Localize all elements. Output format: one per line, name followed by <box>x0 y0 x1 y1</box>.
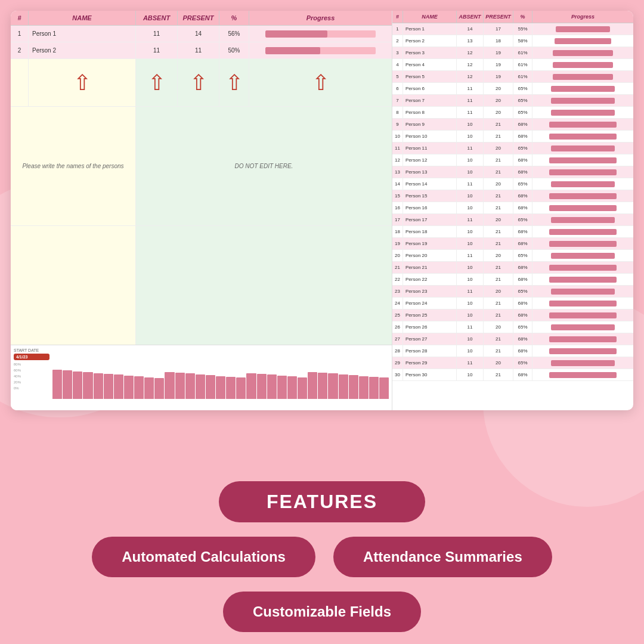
right-table-row: 11 Person 11 11 20 65% <box>392 143 633 154</box>
row1-percent: 56% <box>219 26 249 42</box>
right-row-num: 8 <box>392 107 403 118</box>
right-row-percent: 68% <box>513 202 532 213</box>
col-header-progress: Progress <box>249 11 392 25</box>
right-row-percent: 65% <box>513 321 532 333</box>
row1-present: 14 <box>178 26 219 42</box>
right-panel: # NAME ABSENT PRESENT % Progress 1 Perso… <box>392 11 633 410</box>
right-row-num: 14 <box>392 178 403 190</box>
right-row-percent: 68% <box>513 119 532 130</box>
right-row-percent: 65% <box>513 107 532 118</box>
right-row-progress <box>532 274 633 285</box>
right-table-row: 10 Person 10 10 21 68% <box>392 131 633 143</box>
right-table-row: 16 Person 16 10 21 68% <box>392 202 633 214</box>
right-row-present: 20 <box>484 95 513 106</box>
right-row-name: Person 10 <box>403 131 457 142</box>
right-row-present: 19 <box>484 71 513 82</box>
right-row-num: 13 <box>392 166 403 178</box>
right-row-present: 21 <box>484 345 513 357</box>
right-row-progress <box>532 214 633 225</box>
right-table-row: 6 Person 6 11 20 65% <box>392 83 633 95</box>
right-row-num: 6 <box>392 83 403 94</box>
right-row-progress <box>532 238 633 249</box>
right-row-progress <box>532 333 633 345</box>
right-row-progress <box>532 321 633 333</box>
right-row-present: 20 <box>484 286 513 297</box>
right-row-num: 28 <box>392 345 403 357</box>
right-row-name: Person 20 <box>403 250 457 261</box>
right-table-row: 9 Person 9 10 21 68% <box>392 119 633 131</box>
chart-bar-27 <box>328 373 338 399</box>
right-row-percent: 65% <box>513 95 532 106</box>
chart-bar-9 <box>144 377 154 399</box>
right-row-num: 3 <box>392 47 403 58</box>
right-row-present: 21 <box>484 202 513 213</box>
col-header-absent: ABSENT <box>136 11 178 25</box>
right-row-absent: 11 <box>457 286 484 297</box>
right-row-absent: 11 <box>457 143 484 154</box>
right-row-name: Person 6 <box>403 83 457 94</box>
chart-bar-2 <box>73 371 82 399</box>
chart-bar-29 <box>349 375 358 399</box>
chart-bar-30 <box>359 376 369 400</box>
right-table-row: 7 Person 7 11 20 65% <box>392 95 633 107</box>
right-table-row: 29 Person 29 11 20 65% <box>392 357 633 369</box>
feature-badge-3: Customizable Fields <box>223 592 421 632</box>
right-row-num: 16 <box>392 202 403 213</box>
instruction-name-text: Please write the names of the persons <box>11 107 136 225</box>
right-row-present: 20 <box>484 107 513 118</box>
right-row-name: Person 17 <box>403 214 457 225</box>
chart-bar-18 <box>236 377 246 399</box>
right-col-name: NAME <box>403 11 457 23</box>
right-row-percent: 65% <box>513 83 532 94</box>
row2-num: 2 <box>11 42 29 58</box>
right-row-progress <box>532 23 633 35</box>
right-row-absent: 10 <box>457 131 484 142</box>
right-row-num: 10 <box>392 131 403 142</box>
right-row-num: 27 <box>392 333 403 345</box>
right-row-name: Person 1 <box>403 23 457 35</box>
right-table-row: 2 Person 2 13 18 58% <box>392 35 633 47</box>
right-row-absent: 10 <box>457 166 484 178</box>
right-row-progress <box>532 357 633 369</box>
features-row-2: Customizable Fields <box>223 592 421 632</box>
right-row-progress <box>532 226 633 237</box>
right-row-absent: 10 <box>457 309 484 321</box>
right-table-row: 3 Person 3 12 19 61% <box>392 47 633 59</box>
right-table-row: 28 Person 28 10 21 68% <box>392 345 633 357</box>
right-table-row: 5 Person 5 12 19 61% <box>392 71 633 83</box>
empty-rows <box>11 226 392 345</box>
col-header-present: PRESENT <box>178 11 219 25</box>
right-row-percent: 65% <box>513 250 532 261</box>
right-row-progress <box>532 119 633 130</box>
instruction-section: Please write the names of the persons DO… <box>11 107 392 226</box>
right-row-present: 21 <box>484 298 513 309</box>
right-row-absent: 11 <box>457 178 484 190</box>
right-row-percent: 68% <box>513 154 532 166</box>
arrow-num <box>11 59 29 106</box>
right-row-num: 7 <box>392 95 403 106</box>
arrow-absent: ⇧ <box>136 59 178 106</box>
right-table-row: 8 Person 8 11 20 65% <box>392 107 633 119</box>
right-row-num: 9 <box>392 119 403 130</box>
right-table-header: # NAME ABSENT PRESENT % Progress <box>392 11 633 23</box>
right-table-row: 17 Person 17 11 20 65% <box>392 214 633 226</box>
right-row-present: 21 <box>484 333 513 345</box>
right-table-row: 26 Person 26 11 20 65% <box>392 321 633 333</box>
right-row-absent: 10 <box>457 369 484 380</box>
row1-name: Person 1 <box>29 26 136 42</box>
right-table-row: 30 Person 30 10 21 68% <box>392 369 633 381</box>
chart-bar-5 <box>104 374 113 399</box>
chart-bar-21 <box>267 374 277 399</box>
arrow-name: ⇧ <box>29 59 136 106</box>
right-table-row: 14 Person 14 11 20 65% <box>392 178 633 190</box>
chart-bar-25 <box>308 372 317 400</box>
right-row-present: 18 <box>484 35 513 47</box>
right-row-name: Person 26 <box>403 321 457 333</box>
row2-absent: 11 <box>136 42 178 58</box>
right-row-name: Person 23 <box>403 286 457 297</box>
right-row-progress <box>532 143 633 154</box>
right-row-absent: 12 <box>457 71 484 82</box>
chart-bar-22 <box>277 376 287 399</box>
right-row-name: Person 15 <box>403 190 457 202</box>
chart-bar-23 <box>287 376 297 399</box>
